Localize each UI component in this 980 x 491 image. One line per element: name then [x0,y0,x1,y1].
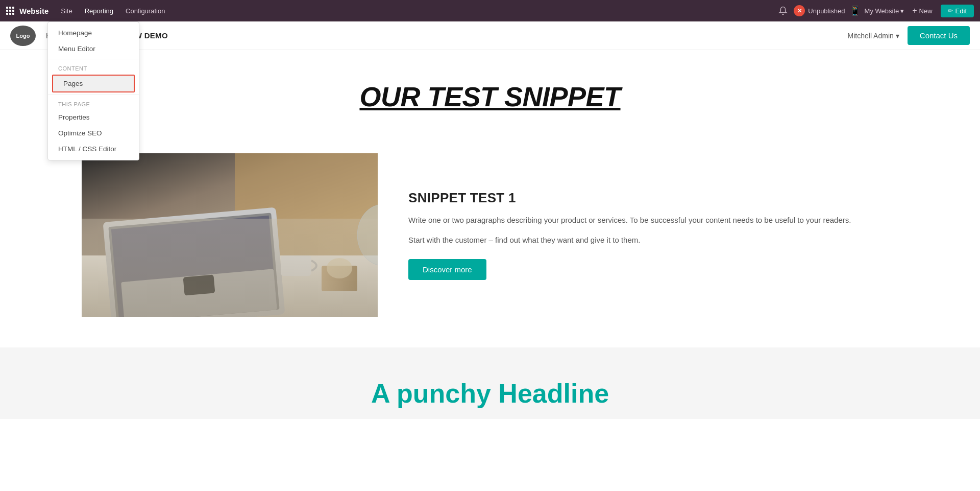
svg-rect-3 [103,207,285,317]
edit-label: Edit [955,7,967,15]
svg-rect-11 [183,274,215,295]
site-navbar: Logo Home Contact us NEW DEMO Mitchell A… [0,21,980,50]
site-navbar-right: Mitchell Admin ▾ Contact Us [848,26,970,45]
unpublished-button[interactable]: ✕ Unpublished [794,5,845,16]
svg-rect-2 [235,153,378,255]
bottom-section: A punchy Headline [0,347,980,419]
snippet-image [82,153,378,317]
svg-point-10 [327,258,352,278]
new-button[interactable]: + New [908,4,936,17]
svg-rect-6 [121,269,277,317]
svg-rect-1 [82,255,378,317]
new-label: New [919,7,933,15]
edit-button[interactable]: ✏ Edit [941,5,974,17]
svg-rect-5 [111,216,277,317]
admin-bar-right: ✕ Unpublished 📱 My Website ▾ + New ✏ Edi… [776,4,974,17]
dropdown-item-homepage[interactable]: Homepage [48,25,139,41]
unpublished-label: Unpublished [808,7,845,15]
admin-bar-left: Website Site Reporting Configuration [6,5,774,17]
dropdown-item-optimize-seo[interactable]: Optimize SEO [48,125,139,141]
svg-rect-8 [281,255,311,276]
site-dropdown-menu: Homepage Menu Editor Content Pages This … [47,21,139,160]
hero-title: OUR TEST SNIPPET [10,81,970,112]
unpublished-icon: ✕ [794,5,805,16]
dropdown-item-html-css-editor[interactable]: HTML / CSS Editor [48,141,139,157]
nav-item-site[interactable]: Site [56,5,77,17]
contact-us-button[interactable]: Contact Us [908,26,970,45]
nav-item-configuration[interactable]: Configuration [120,5,170,17]
main-content: OUR TEST SNIPPET [0,50,980,419]
dropdown-divider-1 [48,59,139,59]
app-name[interactable]: Website [19,7,48,15]
nav-item-reporting[interactable]: Reporting [80,5,118,17]
discover-more-button[interactable]: Discover more [408,259,486,280]
notification-icon[interactable] [776,4,790,17]
user-name: Mitchell Admin [848,32,894,40]
my-website-button[interactable]: My Website ▾ [865,7,904,15]
site-logo: Logo [10,26,36,46]
apps-grid-icon[interactable] [6,7,14,15]
edit-icon: ✏ [948,7,953,14]
user-chevron: ▾ [896,32,899,40]
dropdown-section-content: Content [48,61,139,74]
snippet-description-1: Write one or two paragraphs describing y… [408,214,898,227]
svg-rect-4 [108,213,279,317]
hero-section: OUR TEST SNIPPET [0,50,980,133]
svg-point-7 [281,255,311,271]
svg-rect-9 [322,266,357,291]
user-menu[interactable]: Mitchell Admin ▾ [848,32,899,40]
dropdown-item-pages[interactable]: Pages [52,75,135,92]
my-website-label: My Website [865,7,899,15]
dropdown-divider-2 [48,95,139,95]
admin-bar: Website Site Reporting Configuration ✕ U… [0,0,980,21]
bottom-headline: A punchy Headline [10,378,970,409]
my-website-chevron: ▾ [900,7,904,15]
snippet-description-2: Start with the customer – find out what … [408,234,898,247]
dropdown-section-this-page: This page [48,97,139,109]
mobile-view-icon[interactable]: 📱 [849,5,861,16]
dropdown-item-properties[interactable]: Properties [48,109,139,125]
snippet-section: SNIPPET TEST 1 Write one or two paragrap… [0,133,980,347]
plus-icon: + [912,6,917,15]
snippet-title: SNIPPET TEST 1 [408,190,898,206]
dropdown-item-menu-editor[interactable]: Menu Editor [48,41,139,57]
site-nav-links: Home Contact us NEW DEMO [46,31,848,40]
snippet-text-block: SNIPPET TEST 1 Write one or two paragrap… [408,190,898,280]
